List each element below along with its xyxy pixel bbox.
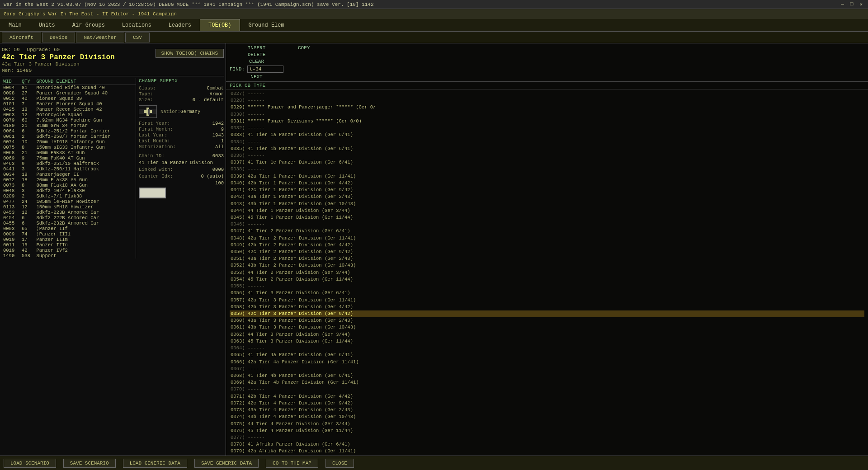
list-item[interactable]: 0065) 41 Tier 4a Panzer Division (Ger 6/… [230,352,864,358]
list-item[interactable]: 0035) 41 Tier 1b Panzer Division (Ger 6/… [230,146,864,152]
list-item[interactable]: 0066) 42a Tier 4a Panzer Division (Ger 1… [230,359,864,366]
table-row[interactable]: 00612Sdkfz-250/7 Mortar Carrier [2,134,136,139]
load-scenario-button[interactable]: LOAD SCENARIO [4,459,56,468]
list-item[interactable]: 0073) 43a Tier 4 Panzer Division (Ger 2/… [230,407,864,414]
table-row[interactable]: 00646Sdkfz-251/2 Mortar Carrier [2,128,136,134]
close-button[interactable]: CLOSE [326,459,354,468]
list-item[interactable]: 0047) 41 Tier 2 Panzer Division (Ger 6/4… [230,228,864,235]
list-item[interactable]: 0028) ------ [230,97,864,104]
table-row[interactable]: 00682150mm PaK38 AT Gun [2,150,136,155]
table-row[interactable]: 04556Sdkfz-232B Armored Car [2,221,136,226]
list-item[interactable]: 0056) 41 Tier 3 Panzer Division (Ger 6/4… [230,290,864,296]
table-row[interactable]: 0073888mm Flak18 AA Gun [2,183,136,188]
maximize-button[interactable]: □ [849,1,855,7]
list-item[interactable]: 0034) ------ [230,139,864,146]
list-item[interactable]: 0039) 42a Tier 1 Panzer Division (Ger 11… [230,173,864,180]
list-item[interactable]: 0043) 43b Tier 1 Panzer Division (Ger 10… [230,201,864,207]
table-row[interactable]: 00721820mm Flak38 AA Gun [2,177,136,183]
list-item[interactable]: 0050) 42c Tier 2 Panzer Division (Ger 9/… [230,249,864,255]
table-row[interactable]: 00483Sdkfz-10/4 Flak30 [2,188,136,193]
sub-tab-csv[interactable]: CSV [125,33,150,42]
load-generic-button[interactable]: LOAD GENERIC DATA [123,459,187,468]
list-item[interactable]: 0054) 45 Tier 2 Panzer Division (Ger 11/… [230,276,864,283]
nav-tab-units[interactable]: Units [30,19,64,31]
list-item[interactable]: 0074) 43b Tier 4 Panzer Division (Ger 10… [230,414,864,420]
list-item[interactable]: 0049) 42b Tier 2 Panzer Division (Ger 4/… [230,242,864,249]
table-row[interactable]: 042518Panzer Recon Section 42 [2,107,136,112]
list-item[interactable]: 0068) 41 Tier 4b Panzer Division (Ger 6/… [230,372,864,379]
nav-tab-locations[interactable]: Locations [113,19,160,31]
insert-button[interactable]: INSERT [230,45,283,51]
table-row[interactable]: 1490538Support [2,253,136,258]
list-item[interactable]: 0029) ****** Panzer and Panzerjaeger ***… [230,104,864,111]
nav-tab-air-groups[interactable]: Air Groups [64,19,113,31]
table-row[interactable]: 000974¦Panzer IIIl [2,231,136,237]
table-row[interactable]: 045312Sdkfz-223B Armored Car [2,210,136,215]
list-item[interactable]: 0077) ------ [230,434,864,441]
list-item[interactable]: 0042) 43a Tier 1 Panzer Division (Ger 2/… [230,193,864,200]
table-row[interactable]: 001017Panzer IIIm [2,237,136,242]
table-row[interactable]: 04639Sdkfz-251/10 Halftrack [2,161,136,166]
list-item[interactable]: 0053) 44 Tier 2 Panzer Division (Ger 3/4… [230,269,864,276]
list-item[interactable]: 0070) ------ [230,386,864,393]
list-item[interactable]: 0058) 42b Tier 3 Panzer Division (Ger 4/… [230,304,864,310]
table-row[interactable]: 001115Panzer IIIn [2,242,136,248]
list-item[interactable]: 0057) 42a Tier 3 Panzer Division (Ger 11… [230,297,864,304]
table-row[interactable]: 0069975mm PaK40 AT Gun [2,155,136,161]
find-input[interactable] [247,66,283,73]
nav-tab-main[interactable]: Main [0,19,30,31]
minimize-button[interactable]: — [839,1,846,7]
nav-tab-ground-elem[interactable]: Ground Elem [240,19,293,31]
list-item[interactable]: 0044) 44 Tier 1 Panzer Division (Ger 3/4… [230,207,864,214]
nav-tab-toe-ob-[interactable]: TOE(OB) [200,19,240,31]
save-generic-button[interactable]: SAVE GENERIC DATA [194,459,259,468]
list-item[interactable]: 0030) ------ [230,111,864,118]
save-scenario-button[interactable]: SAVE SCENARIO [63,459,116,468]
list-item[interactable]: 0059) 42c Tier 3 Panzer Division (Ger 9/… [230,310,864,317]
table-row[interactable]: 005240Pioneer Squad 39 [2,96,136,101]
show-chains-button[interactable]: SHOW TOE(OB) CHAINS [156,49,224,58]
ob-list[interactable]: 0027) ------0028) ------0029) ****** Pan… [226,89,868,456]
list-item[interactable]: 0064) ------ [230,345,864,352]
table-row[interactable]: 00741075mm leIG18 Infantry Gun [2,139,136,145]
table-row[interactable]: 006312Motorcycle Squad [2,112,136,118]
nav-tab-leaders[interactable]: Leaders [160,19,200,31]
list-item[interactable]: 0063) 45 Tier 3 Panzer Division (Ger 11/… [230,338,864,345]
list-item[interactable]: 0038) ------ [230,166,864,173]
close-button[interactable]: ✕ [858,1,864,7]
table-row[interactable]: 04546Sdkfz-222B Armored Car [2,215,136,221]
copy-button[interactable]: COPY [298,45,310,51]
sub-tab-aircraft[interactable]: Aircraft [2,33,41,42]
list-item[interactable]: 0040) 42b Tier 1 Panzer Division (Ger 4/… [230,180,864,187]
list-item[interactable]: 0078) 41 Afrika Panzer Division (Ger 6/4… [230,441,864,448]
list-item[interactable]: 0060) 43a Tier 3 Panzer Division (Ger 2/… [230,317,864,324]
list-item[interactable]: 0051) 43a Tier 2 Panzer Division (Ger 2/… [230,255,864,262]
list-item[interactable]: 0045) 45 Tier 1 Panzer Division (Ger 11/… [230,214,864,221]
list-item[interactable]: 0062) 44 Tier 3 Panzer Division (Ger 3/4… [230,331,864,338]
next-button[interactable]: NEXT [230,74,283,80]
table-row[interactable]: 000365¦Panzer IIf [2,226,136,231]
list-item[interactable]: 0027) ------ [230,90,864,97]
table-row[interactable]: 011312150mm sFH18 Howitzer [2,204,136,210]
list-item[interactable]: 0072) 42c Tier 4 Panzer Division (Ger 9/… [230,400,864,407]
table-row[interactable]: 009827Panzer Grenadier Squad 40 [2,90,136,96]
list-item[interactable]: 0033) 41 Tier 1a Panzer Division (Ger 6/… [230,132,864,138]
list-item[interactable]: 0048) 42a Tier 2 Panzer Division (Ger 11… [230,235,864,242]
table-row[interactable]: 00758150mm sIG33 Infantry Gun [2,145,136,150]
list-item[interactable]: 0032) ------ [230,125,864,132]
list-item[interactable]: 0061) 43b Tier 3 Panzer Division (Ger 10… [230,324,864,331]
table-row[interactable]: 04413Sdkfz-250/11 Halftrack [2,166,136,172]
list-item[interactable]: 0036) ------ [230,152,864,159]
list-item[interactable]: 0069) 42a Tier 4b Panzer Division (Ger 1… [230,379,864,386]
window-controls[interactable]: — □ ✕ [839,1,864,7]
list-item[interactable]: 0041) 42c Tier 1 Panzer Division (Ger 9/… [230,187,864,193]
list-item[interactable]: 0071) 42b Tier 4 Panzer Division (Ger 4/… [230,393,864,400]
list-item[interactable]: 0031) ****** Panzer Divisions ****** (Ge… [230,118,864,125]
clear-button[interactable]: CLEAR [230,59,283,64]
list-item[interactable]: 0075) 44 Tier 4 Panzer Division (Ger 3/4… [230,421,864,428]
table-row[interactable]: 001942Panzer IVf2 [2,248,136,253]
table-row[interactable]: 02092Sdkfz-7/1 Flak38 [2,193,136,199]
table-row[interactable]: 01802181mm GrW 34 Mortar [2,123,136,128]
table-row[interactable]: 0079607.92mm MG34 Machine Gun [2,118,136,123]
list-item[interactable]: 0052) 43b Tier 2 Panzer Division (Ger 10… [230,262,864,269]
